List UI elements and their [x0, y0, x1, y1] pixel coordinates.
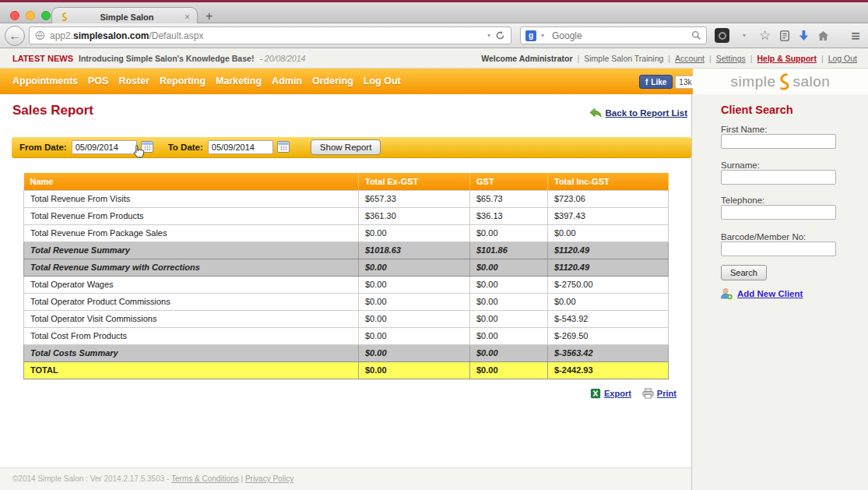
surname-input[interactable]: [721, 170, 836, 185]
site-globe-icon: [35, 30, 45, 41]
url-dropdown-icon[interactable]: ▾: [487, 32, 490, 39]
back-to-report-list-link[interactable]: Back to Report List: [606, 108, 687, 118]
logout-link[interactable]: Log Out: [828, 54, 857, 63]
minimize-window-button[interactable]: [26, 11, 35, 20]
menu-hamburger-icon[interactable]: ≡: [851, 28, 860, 44]
to-date-input[interactable]: [208, 140, 273, 154]
settings-link[interactable]: Settings: [716, 54, 746, 63]
client-search-button[interactable]: Search: [721, 265, 767, 280]
page-footer: ©2014 Simple Salon : Ver 2014.2.17.5.350…: [0, 467, 691, 490]
terms-link[interactable]: Terms & Conditions: [171, 474, 239, 483]
table-row: Total Revenue From Package Sales$0.00$0.…: [24, 224, 669, 241]
back-arrow-icon: [589, 108, 602, 118]
column-header-gst: GST: [470, 173, 548, 190]
table-row-total: TOTAL$0.00$0.00$-2442.93: [24, 361, 669, 379]
main-nav: Appointments POS Roster Reporting Market…: [0, 69, 693, 94]
latest-news-label: LATEST NEWS: [12, 54, 73, 63]
page-title: Sales Report: [12, 103, 93, 118]
latest-news: LATEST NEWS Introducing Simple Salon's K…: [12, 54, 305, 63]
client-search-sidebar: Client Search First Name: Surname: Telep…: [691, 94, 868, 490]
tab-close-icon[interactable]: ×: [184, 12, 190, 22]
account-link[interactable]: Account: [675, 54, 705, 63]
barcode-label: Barcode/Member No:: [721, 232, 806, 241]
date-filter-bar: From Date: To Date: Show Report: [12, 137, 691, 158]
table-row: Total Revenue From Products$361.30$36.13…: [24, 207, 669, 224]
search-bar[interactable]: g ▾: [520, 26, 707, 44]
new-tab-button[interactable]: +: [206, 9, 213, 23]
addon-icon[interactable]: [715, 28, 729, 43]
first-name-input[interactable]: [721, 134, 836, 149]
from-date-input[interactable]: [72, 140, 137, 154]
nav-logout[interactable]: Log Out: [364, 76, 401, 86]
table-row: Total Operator Visit Commissions$0.00$0.…: [24, 310, 669, 327]
column-header-inc-gst: Total Inc-GST: [548, 173, 669, 190]
nav-pos[interactable]: POS: [88, 76, 108, 86]
column-header-name: Name: [24, 173, 359, 190]
nav-appointments[interactable]: Appointments: [12, 76, 78, 86]
home-icon[interactable]: [817, 30, 829, 41]
browser-window: Simple Salon × + ← app2.simplesalon.com/…: [0, 0, 868, 490]
back-button[interactable]: ←: [5, 26, 25, 46]
telephone-label: Telephone:: [721, 196, 764, 205]
column-header-ex-gst: Total Ex-GST: [359, 173, 470, 190]
toolbar-icons: ▾ ☆: [715, 28, 829, 43]
nav-marketing[interactable]: Marketing: [216, 76, 262, 86]
table-row: Total Operator Product Commissions$0.00$…: [24, 293, 669, 310]
browser-toolbar: ← app2.simplesalon.com/Default.aspx ▾ g …: [0, 23, 868, 48]
help-support-link[interactable]: Help & Support: [757, 54, 816, 63]
browser-titlebar: Simple Salon × +: [0, 2, 868, 23]
reload-icon[interactable]: [495, 30, 505, 41]
url-bar[interactable]: app2.simplesalon.com/Default.aspx ▾: [29, 26, 511, 44]
nav-ordering[interactable]: Ordering: [312, 76, 353, 86]
search-input[interactable]: [552, 30, 691, 41]
add-new-client[interactable]: Add New Client: [720, 287, 803, 300]
welcome-text: Welcome Administrator: [481, 54, 572, 63]
excel-icon: [590, 388, 601, 399]
news-date: - 20/08/2014: [259, 54, 305, 63]
export-control[interactable]: Export: [590, 388, 631, 399]
print-control[interactable]: Print: [642, 388, 676, 399]
from-date-calendar-icon[interactable]: [141, 141, 154, 153]
sales-report-table: Name Total Ex-GST GST Total Inc-GST Tota…: [23, 173, 669, 379]
account-links: Welcome Administrator | Simple Salon Tra…: [481, 54, 857, 63]
back-to-report-list[interactable]: Back to Report List: [589, 108, 687, 118]
barcode-input[interactable]: [721, 241, 836, 256]
tab-favicon-icon: [59, 12, 69, 22]
facebook-like-button[interactable]: fLike: [639, 75, 673, 89]
add-person-icon: [720, 287, 733, 300]
tab-title: Simple Salon: [69, 12, 184, 22]
training-link[interactable]: Simple Salon Training: [584, 54, 663, 63]
table-row: Total Revenue From Visits$657.33$65.73$7…: [24, 190, 669, 207]
nav-reporting[interactable]: Reporting: [160, 76, 206, 86]
table-row-summary: Total Revenue Summary with Corrections$0…: [24, 259, 669, 276]
nav-admin[interactable]: Admin: [272, 76, 302, 86]
add-new-client-link[interactable]: Add New Client: [737, 289, 803, 298]
telephone-input[interactable]: [721, 205, 836, 220]
printer-icon: [642, 388, 654, 399]
google-engine-icon[interactable]: g: [525, 30, 536, 41]
export-link[interactable]: Export: [604, 389, 631, 398]
bookmarks-list-icon[interactable]: [779, 30, 790, 42]
show-report-button[interactable]: Show Report: [311, 139, 381, 155]
table-row-summary: Total Costs Summary$0.00$0.00$-3563.42: [24, 344, 669, 361]
close-window-button[interactable]: [10, 11, 19, 20]
from-date-label: From Date:: [19, 143, 67, 152]
addon-dropdown-icon[interactable]: ▾: [743, 32, 746, 39]
zoom-window-button[interactable]: [41, 11, 51, 20]
to-date-calendar-icon[interactable]: [277, 141, 290, 153]
bookmark-star-icon[interactable]: ☆: [759, 29, 771, 42]
downloads-icon[interactable]: [799, 30, 809, 41]
table-header-row: Name Total Ex-GST GST Total Inc-GST: [24, 173, 669, 190]
nav-roster[interactable]: Roster: [118, 76, 149, 86]
logo-swirl-icon: [775, 72, 792, 92]
privacy-link[interactable]: Privacy Policy: [245, 474, 293, 483]
print-link[interactable]: Print: [657, 389, 676, 398]
table-row: Total Operator Wages$0.00$0.00$-2750.00: [24, 276, 669, 293]
report-content: Sales Report Back to Report List From Da…: [0, 94, 691, 467]
window-controls: [10, 11, 51, 20]
engine-dropdown-icon[interactable]: ▾: [541, 32, 544, 39]
client-search-title: Client Search: [721, 104, 793, 116]
search-icon[interactable]: [691, 30, 701, 41]
url-text: app2.simplesalon.com/Default.aspx: [50, 30, 203, 41]
news-headline[interactable]: Introducing Simple Salon's Knowledge Bas…: [79, 54, 254, 63]
